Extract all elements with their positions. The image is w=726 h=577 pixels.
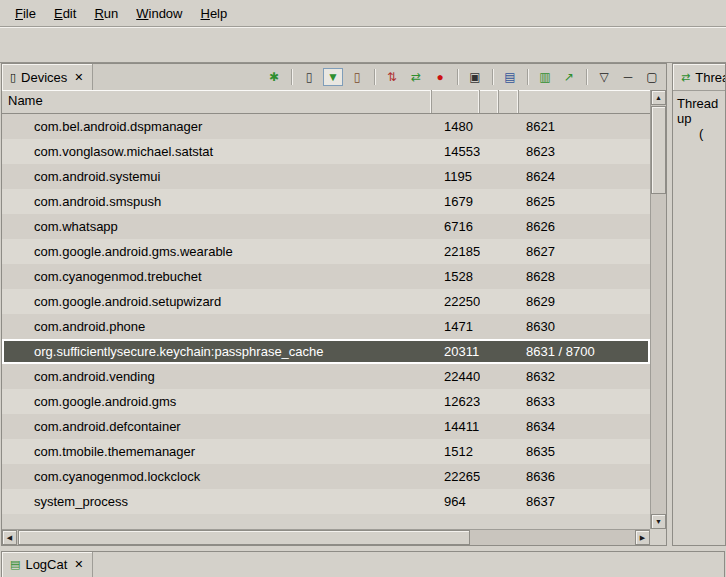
tab-logcat-close-icon[interactable]: ✕	[72, 558, 83, 571]
debug-process-icon[interactable]: ✱	[264, 68, 284, 86]
horizontal-scrollbar[interactable]: ◀ ▶	[2, 529, 650, 545]
logcat-bar: ▤ LogCat ✕	[1, 551, 725, 577]
process-pid: 22440	[432, 369, 480, 384]
tab-logcat-label: LogCat	[25, 557, 67, 572]
table-row[interactable]: com.android.phone 1471 8630	[2, 314, 650, 339]
update-heap-icon[interactable]: ▯	[299, 68, 319, 86]
table-row[interactable]: com.android.defcontainer 14411 8634	[2, 414, 650, 439]
process-pid: 14411	[432, 419, 480, 434]
vertical-scrollbar[interactable]: ▲ ▼	[650, 90, 666, 529]
tab-devices-close-icon[interactable]: ✕	[72, 71, 83, 84]
table-row[interactable]: com.cyanogenmod.trebuchet 1528 8628	[2, 264, 650, 289]
devices-tabbar: ▯ Devices ✕ ✱▯▼▯⇅⇄●▣▤▥↗▽─▢	[2, 64, 666, 91]
menu-edit[interactable]: Edit	[45, 3, 85, 24]
hierarchy-view-icon[interactable]: ↗	[559, 68, 579, 86]
table-row[interactable]: system_process 964 8637	[2, 489, 650, 514]
tab-devices[interactable]: ▯ Devices ✕	[2, 64, 93, 90]
view-menu-icon[interactable]: ▽	[594, 68, 614, 86]
process-name: system_process	[2, 494, 432, 509]
threads-view: ⇄ Threads Thread up (	[672, 63, 726, 546]
minimize-icon[interactable]: ─	[618, 68, 638, 86]
dump-hprof-icon[interactable]: ▼	[323, 68, 343, 86]
table-row[interactable]: com.google.android.gms.wearable 22185 86…	[2, 239, 650, 264]
process-port: 8623	[519, 144, 650, 159]
threads-message-line1: Thread up	[677, 96, 721, 126]
table-row[interactable]: com.whatsapp 6716 8626	[2, 214, 650, 239]
column-header-name[interactable]: Name	[2, 90, 432, 113]
table-row[interactable]: com.bel.android.dspmanager 1480 8621	[2, 114, 650, 139]
process-name: com.whatsapp	[2, 219, 432, 234]
scroll-left-icon[interactable]: ◀	[2, 530, 17, 545]
horizontal-scroll-thumb[interactable]	[18, 530, 470, 545]
process-port: 8632	[519, 369, 650, 384]
process-name: com.tmobile.thememanager	[2, 444, 432, 459]
process-name: com.android.systemui	[2, 169, 432, 184]
menu-file[interactable]: File	[6, 3, 45, 24]
process-name: com.vonglasow.michael.satstat	[2, 144, 432, 159]
menu-help[interactable]: Help	[191, 3, 236, 24]
threads-message: Thread up (	[673, 91, 725, 146]
vertical-scroll-thumb[interactable]	[651, 106, 666, 194]
process-name: com.google.android.gms.wearable	[2, 244, 432, 259]
process-port: 8631 / 8700	[519, 344, 650, 359]
table-row[interactable]: com.cyanogenmod.lockclock 22265 8636	[2, 464, 650, 489]
network-stats-icon[interactable]: ▥	[535, 68, 555, 86]
scroll-up-icon[interactable]: ▲	[651, 90, 666, 105]
table-row[interactable]: com.google.android.gms 12623 8633	[2, 389, 650, 414]
process-pid: 22185	[432, 244, 480, 259]
process-port: 8626	[519, 219, 650, 234]
threads-icon: ⇄	[681, 72, 690, 83]
device-icon: ▯	[10, 72, 16, 83]
cause-gc-icon[interactable]: ▯	[347, 68, 367, 86]
tab-threads[interactable]: ⇄ Threads	[673, 64, 725, 90]
devices-toolbar: ✱▯▼▯⇅⇄●▣▤▥↗▽─▢	[264, 64, 666, 90]
process-port: 8628	[519, 269, 650, 284]
scrollbar-corner	[650, 529, 666, 545]
process-pid: 1195	[432, 169, 480, 184]
process-pid: 1471	[432, 319, 480, 334]
column-header-spacer-2[interactable]	[499, 90, 519, 113]
table-row[interactable]: org.sufficientlysecure.keychain:passphra…	[2, 339, 650, 364]
process-port: 8627	[519, 244, 650, 259]
table-row[interactable]: com.android.systemui 1195 8624	[2, 164, 650, 189]
column-header-port[interactable]	[519, 90, 650, 113]
column-header-spacer-1[interactable]	[480, 90, 499, 113]
start-method-profiling-icon[interactable]: ⇄	[406, 68, 426, 86]
menu-run[interactable]: Run	[85, 3, 127, 24]
table-row[interactable]: com.android.smspush 1679 8625	[2, 189, 650, 214]
process-pid: 12623	[432, 394, 480, 409]
threads-message-line2: (	[677, 126, 721, 141]
scroll-down-icon[interactable]: ▼	[651, 514, 666, 529]
process-port: 8630	[519, 319, 650, 334]
devices-view: ▯ Devices ✕ ✱▯▼▯⇅⇄●▣▤▥↗▽─▢ Name com.bel.…	[1, 63, 667, 546]
process-name: com.cyanogenmod.lockclock	[2, 469, 432, 484]
toolbar-separator	[492, 69, 493, 85]
update-threads-icon[interactable]: ⇅	[382, 68, 402, 86]
table-row[interactable]: com.android.vending 22440 8632	[2, 364, 650, 389]
process-pid: 22265	[432, 469, 480, 484]
device-table-body: com.bel.android.dspmanager 1480 8621 com…	[2, 114, 650, 529]
table-row[interactable]: com.vonglasow.michael.satstat 14553 8623	[2, 139, 650, 164]
process-port: 8633	[519, 394, 650, 409]
system-report-icon[interactable]: ▤	[500, 68, 520, 86]
logcat-icon: ▤	[10, 559, 20, 570]
tab-logcat[interactable]: ▤ LogCat ✕	[2, 552, 93, 577]
process-port: 8625	[519, 194, 650, 209]
tab-threads-label: Threads	[695, 70, 725, 85]
screen-capture-icon[interactable]: ▣	[465, 68, 485, 86]
maximize-icon[interactable]: ▢	[642, 68, 662, 86]
process-port: 8636	[519, 469, 650, 484]
process-pid: 20311	[432, 344, 480, 359]
process-name: com.bel.android.dspmanager	[2, 119, 432, 134]
scroll-right-icon[interactable]: ▶	[635, 530, 650, 545]
column-header-pid[interactable]	[432, 90, 480, 113]
process-name: com.android.smspush	[2, 194, 432, 209]
process-name: org.sufficientlysecure.keychain:passphra…	[2, 344, 432, 359]
stop-process-icon[interactable]: ●	[430, 68, 450, 86]
table-row[interactable]: com.google.android.setupwizard 22250 862…	[2, 289, 650, 314]
process-pid: 1679	[432, 194, 480, 209]
process-port: 8635	[519, 444, 650, 459]
table-row[interactable]: com.tmobile.thememanager 1512 8635	[2, 439, 650, 464]
process-pid: 1528	[432, 269, 480, 284]
menu-window[interactable]: Window	[127, 3, 191, 24]
